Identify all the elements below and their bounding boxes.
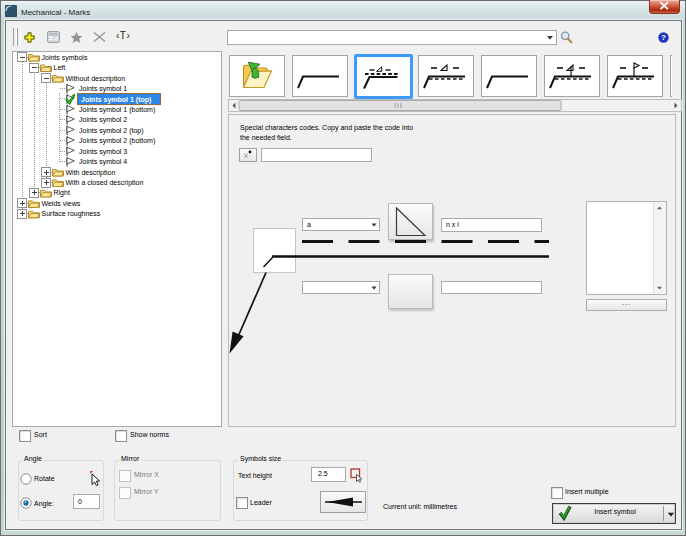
svg-text:Joints symbol 2: Joints symbol 2 xyxy=(79,116,127,124)
svg-text:Welds views: Welds views xyxy=(42,200,81,207)
svg-text:Joints symbol 1 (top): Joints symbol 1 (top) xyxy=(81,96,151,104)
svg-text:Surface roughness: Surface roughness xyxy=(42,210,101,218)
svg-text:Left: Left xyxy=(54,64,66,71)
svg-text:Joints symbol 1: Joints symbol 1 xyxy=(79,85,127,93)
svg-text:With a closed description: With a closed description xyxy=(66,179,144,187)
svg-text:Joints symbol 4: Joints symbol 4 xyxy=(79,158,127,166)
svg-text:?: ? xyxy=(661,33,666,42)
svg-text:Joints symbol 1 (bottom): Joints symbol 1 (bottom) xyxy=(79,106,155,114)
svg-text:Without description: Without description xyxy=(66,75,126,83)
svg-text:Joints symbol 2 (top): Joints symbol 2 (top) xyxy=(79,127,144,135)
svg-text:Joints symbol 2 (bottom): Joints symbol 2 (bottom) xyxy=(79,137,155,145)
svg-text:Joints symbol 3: Joints symbol 3 xyxy=(79,148,127,156)
svg-text:Right: Right xyxy=(54,189,70,197)
svg-text:Joints symbols: Joints symbols xyxy=(42,54,88,62)
svg-text:With description: With description xyxy=(66,169,116,177)
